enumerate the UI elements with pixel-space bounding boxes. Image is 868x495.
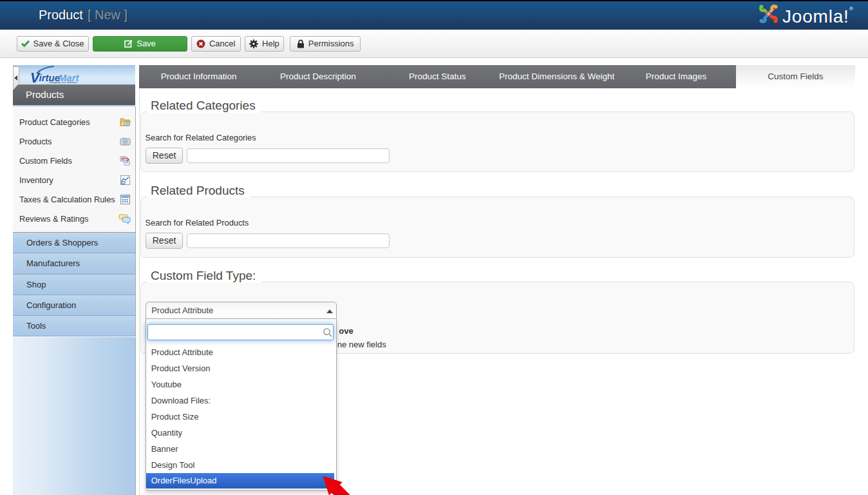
svg-text:shopping cart software: shopping cart software <box>49 81 78 84</box>
